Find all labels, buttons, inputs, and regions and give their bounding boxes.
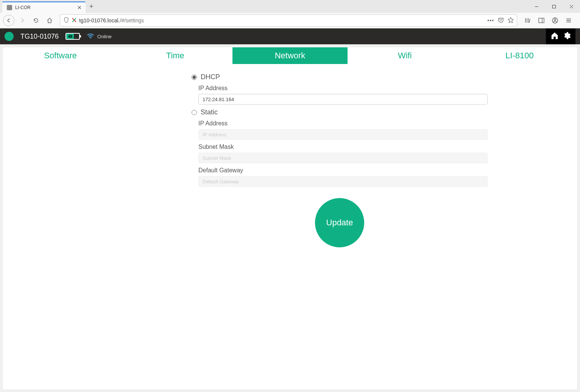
device-name: TG10-01076 — [20, 33, 59, 41]
network-form: DHCP IP Address Static IP Address Subnet… — [89, 64, 491, 247]
close-tab-icon[interactable]: ✕ — [77, 5, 82, 11]
settings-tabs: Software Time Network Wifi LI-8100 — [3, 47, 577, 64]
home-icon[interactable] — [550, 31, 559, 42]
wifi-icon — [87, 33, 94, 40]
minimize-button[interactable] — [528, 0, 545, 13]
static-label: Static — [201, 108, 218, 116]
dhcp-ip-label: IP Address — [198, 85, 488, 92]
menu-icon[interactable] — [563, 15, 575, 26]
bookmark-star-icon[interactable] — [508, 17, 514, 24]
forward-button[interactable] — [17, 15, 28, 26]
gateway-label: Default Gateway — [198, 167, 488, 174]
svg-point-13 — [90, 37, 91, 38]
svg-rect-6 — [539, 18, 544, 23]
url-text: tg10-01076.local./#/settings — [79, 17, 485, 23]
shield-icon[interactable] — [63, 17, 69, 24]
tab-wifi[interactable]: Wifi — [348, 47, 462, 64]
browser-chrome: LI-COR ✕ + — [0, 0, 580, 28]
back-button[interactable] — [3, 15, 14, 26]
wifi-status-label: Online — [97, 34, 112, 39]
gear-icon[interactable] — [563, 31, 571, 42]
app-header: TG10-01076 48 Online — [0, 28, 580, 44]
pocket-icon[interactable] — [498, 17, 504, 24]
page-card: Software Time Network Wifi LI-8100 DHCP … — [3, 47, 577, 389]
svg-point-9 — [554, 19, 556, 21]
wifi-status: Online — [87, 33, 112, 40]
subnet-label: Subnet Mask — [198, 144, 488, 150]
svg-rect-1 — [552, 5, 555, 8]
browser-tab[interactable]: LI-COR ✕ — [2, 2, 86, 13]
static-radio-row[interactable]: Static — [192, 108, 488, 116]
new-tab-button[interactable]: + — [89, 3, 94, 11]
dhcp-radio-row[interactable]: DHCP — [192, 73, 488, 81]
subnet-input[interactable] — [198, 153, 488, 163]
tab-strip: LI-COR ✕ + — [0, 0, 580, 13]
maximize-button[interactable] — [545, 0, 563, 13]
library-icon[interactable] — [522, 15, 534, 26]
static-radio[interactable] — [192, 110, 197, 115]
page-body: Software Time Network Wifi LI-8100 DHCP … — [0, 44, 580, 392]
tab-li8100[interactable]: LI-8100 — [462, 47, 577, 64]
update-button[interactable]: Update — [315, 198, 364, 247]
window-controls — [528, 0, 580, 13]
gateway-input[interactable] — [198, 176, 488, 187]
dhcp-radio[interactable] — [192, 75, 197, 80]
nav-bar: tg10-01076.local./#/settings ••• — [0, 13, 580, 28]
url-bar[interactable]: tg10-01076.local./#/settings ••• — [60, 14, 517, 27]
dhcp-label: DHCP — [201, 73, 220, 81]
close-window-button[interactable] — [563, 0, 580, 13]
static-ip-label: IP Address — [198, 120, 488, 127]
dhcp-ip-input[interactable] — [198, 94, 488, 105]
tab-time[interactable]: Time — [118, 47, 232, 64]
battery-level: 48 — [66, 34, 74, 39]
tab-title: LI-COR — [15, 5, 31, 10]
static-ip-input[interactable] — [198, 129, 488, 140]
account-icon[interactable] — [549, 15, 561, 26]
sidebar-icon[interactable] — [535, 15, 547, 26]
chrome-right-icons — [522, 15, 577, 26]
tab-network[interactable]: Network — [232, 47, 347, 64]
status-indicator-icon — [5, 32, 14, 41]
tab-software[interactable]: Software — [3, 47, 118, 64]
battery-icon: 48 — [65, 33, 80, 40]
more-icon[interactable]: ••• — [487, 17, 494, 23]
insecure-icon[interactable] — [72, 17, 77, 24]
reload-button[interactable] — [30, 15, 42, 26]
home-button[interactable] — [44, 15, 55, 26]
tab-favicon-icon — [7, 5, 12, 10]
